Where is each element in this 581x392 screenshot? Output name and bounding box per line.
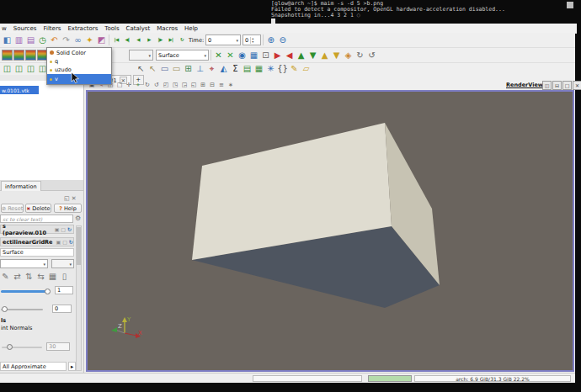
extract-selection-icon[interactable]: ▦	[253, 64, 264, 75]
crosshair-icon[interactable]: ✛	[125, 82, 133, 90]
reset-camera-closest-icon[interactable]: ◉	[237, 50, 248, 61]
close-panel-icon[interactable]: ✕	[72, 195, 77, 202]
menu-item-tools[interactable]: Tools	[104, 25, 119, 32]
loop-icon[interactable]: ↻	[177, 34, 187, 45]
split-horizontal-icon[interactable]: ◫	[542, 81, 552, 90]
zoom-box-icon[interactable]: ⊡	[260, 50, 271, 61]
tab-information[interactable]: information	[1, 181, 41, 191]
paste-icon[interactable]: ▢	[62, 239, 67, 245]
representation-outline-icon[interactable]: ◫	[2, 64, 13, 75]
point-size-value[interactable]: 0	[52, 305, 72, 313]
save-state-icon[interactable]: ▥	[13, 34, 24, 45]
more-icon[interactable]: ∗	[227, 82, 235, 90]
minus-y-view-icon[interactable]: ▼	[307, 50, 318, 61]
list-icon[interactable]: ≡	[217, 82, 226, 90]
first-frame-icon[interactable]: |◀	[111, 34, 121, 45]
zoom-in-time-icon[interactable]: ⊕	[265, 34, 276, 45]
menu-item-help[interactable]: Help	[184, 25, 198, 32]
capture-icon[interactable]: □	[115, 82, 124, 90]
menu-item-sources[interactable]: Sources	[13, 25, 37, 32]
properties-scrollbar[interactable]	[76, 225, 82, 371]
representation-wireframe-icon[interactable]: ◫	[25, 64, 36, 75]
interactive-select-cells-icon[interactable]: ⊥	[195, 64, 205, 75]
rotate-90-ccw-icon[interactable]: ↺	[366, 50, 377, 61]
gear-icon[interactable]: ⚙	[75, 215, 81, 222]
float-panel-icon[interactable]: ◱	[64, 195, 70, 202]
previous-frame-icon[interactable]: ◀|	[122, 34, 132, 45]
link-icon[interactable]: ∞	[72, 34, 83, 45]
representation-value[interactable]: Surface	[0, 248, 74, 257]
open-file-icon[interactable]: ◧	[2, 34, 13, 45]
approximation-combobox[interactable]: All Approximate	[0, 362, 67, 371]
menu-item-view-partial[interactable]: w	[2, 25, 7, 32]
reload-icon[interactable]: ↻	[67, 226, 72, 232]
reset-camera-icon[interactable]: ✕	[213, 50, 224, 61]
menu-item-catalyst[interactable]: Catalyst	[126, 25, 151, 32]
paste-icon[interactable]: ▢	[61, 226, 66, 232]
close-view-icon[interactable]: ✕	[573, 81, 581, 90]
menu-item-macros[interactable]: Macros	[157, 25, 178, 32]
menu-item-extractors[interactable]: Extractors	[67, 25, 98, 32]
quadrant-2-icon[interactable]: ◳	[171, 82, 179, 90]
reset-button[interactable]: ⊘ Reset	[1, 204, 24, 213]
quadrant-3-icon[interactable]: ◲	[180, 82, 189, 90]
select-cells-polygon-icon[interactable]: ▭	[159, 64, 170, 75]
rescale-range-icon[interactable]	[25, 50, 36, 61]
play-backward-icon[interactable]: ◀	[133, 34, 143, 45]
rotate-90-cw-icon[interactable]: ↻	[354, 50, 365, 61]
split-vertical-icon[interactable]: ⊟	[552, 81, 562, 90]
reload-icon[interactable]: ↻	[69, 239, 73, 245]
spreadsheet-icon[interactable]: ▤	[242, 64, 253, 75]
point-size-slider-handle[interactable]	[2, 306, 8, 312]
pipeline-item-selected[interactable]: w.0101.vtk	[0, 86, 39, 94]
dropdown-item-solid-color[interactable]: Solid Color	[47, 48, 111, 57]
plus-z-view-icon[interactable]: ▲	[319, 50, 330, 61]
component-combobox-panel[interactable]: ▾	[51, 259, 74, 268]
measure-icon[interactable]: ✎	[289, 64, 300, 75]
menu-item-filters[interactable]: Filters	[43, 25, 61, 32]
quadrant-4-icon[interactable]: ◱	[189, 82, 198, 90]
ruler-icon[interactable]: ▱	[301, 64, 312, 75]
render-view-title[interactable]: RenderView1	[506, 82, 546, 88]
remove-grid-icon[interactable]: ⊟	[208, 82, 216, 90]
last-frame-icon[interactable]: ▶|	[166, 34, 176, 45]
auto-apply-icon[interactable]: ◷	[37, 34, 48, 45]
opacity-value[interactable]: 1	[55, 286, 73, 294]
toggle-color-legend-icon[interactable]	[2, 50, 13, 61]
feature-angle-slider-handle[interactable]	[7, 344, 13, 350]
properties-search-input[interactable]: sc to clear text)	[0, 215, 73, 223]
component-combobox[interactable]: ▾	[129, 50, 153, 61]
select-points-rectangle-icon[interactable]: ↖	[147, 64, 158, 75]
select-block-icon[interactable]: ⊞	[183, 64, 194, 75]
plus-y-view-icon[interactable]: ▲	[296, 50, 306, 61]
representation-combobox[interactable]: Surface▾	[156, 50, 209, 61]
help-button[interactable]: ? Help	[54, 204, 82, 213]
maximize-view-icon[interactable]: □	[562, 81, 572, 90]
pick-center-icon[interactable]: ⌖	[134, 82, 142, 90]
choose-preset-icon[interactable]: ▦	[47, 271, 58, 282]
undo-icon[interactable]: ↶	[49, 34, 60, 45]
zoom-out-time-icon[interactable]: ⊖	[277, 34, 288, 45]
zoom-closest-icon[interactable]: ▦	[248, 50, 259, 61]
dropdown-item-q[interactable]: q	[47, 57, 111, 66]
interactive-select-points-icon[interactable]: ⌖	[206, 64, 217, 75]
isometric-view-icon[interactable]: ◈	[343, 50, 354, 61]
rotate-ccw-icon[interactable]: ↺	[152, 82, 161, 90]
properties-section-header[interactable]: s (paraview.010 ▣ ▢ ↻	[0, 225, 74, 234]
frame-spinbox[interactable]: 0 ▴▾	[243, 34, 261, 45]
grid-icon[interactable]: ⊞	[199, 82, 207, 90]
histogram-icon[interactable]: ◭	[218, 64, 229, 75]
favorites-icon[interactable]: ✦	[84, 34, 95, 45]
terminal-window[interactable]: [glow@arch ~]$ maim -s -d 5 >b.png Faile…	[0, 0, 581, 24]
edit-color-map-icon[interactable]	[13, 50, 24, 61]
copy-icon[interactable]: ▣	[55, 226, 60, 232]
play-icon[interactable]: ▶	[144, 34, 154, 45]
terminal-scroll-thumb[interactable]	[567, 2, 573, 8]
select-points-polygon-icon[interactable]: ▭	[171, 64, 182, 75]
copy-icon[interactable]: ▣	[56, 239, 61, 245]
scroll-right-button[interactable]: ▸	[68, 362, 76, 371]
separate-colormap-icon[interactable]: ⇄	[12, 271, 23, 282]
opacity-slider[interactable]	[1, 290, 50, 293]
freeze-selection-icon[interactable]: ✳	[265, 64, 276, 75]
plus-x-view-icon[interactable]: ▶	[272, 50, 283, 61]
